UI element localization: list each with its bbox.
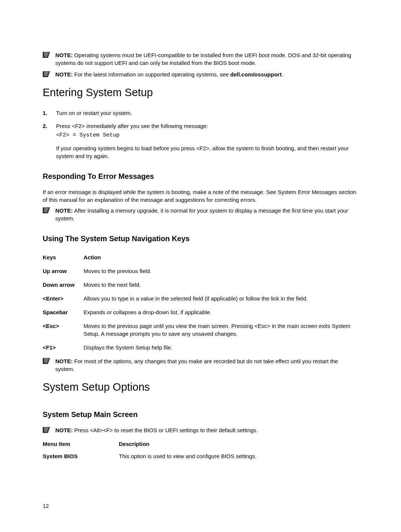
note-body-after: .: [281, 71, 283, 78]
note-text: NOTE: Operating systems must be UEFI-com…: [55, 51, 358, 67]
note-icon: [43, 427, 50, 433]
step-followup: If your operating system begins to load …: [56, 144, 358, 160]
keys-cell-action: Displays the System Setup help file.: [84, 341, 358, 354]
step-code: <F2> = System Setup: [56, 131, 358, 139]
menu-cell-desc: This option is used to view and configur…: [119, 450, 358, 462]
menu-header-item: Menu Item: [43, 438, 119, 450]
keys-header-action: Action: [84, 250, 358, 264]
responding-paragraph: If an error message is displayed while t…: [43, 188, 358, 204]
note-block: NOTE: Operating systems must be UEFI-com…: [43, 51, 358, 67]
note-icon: [43, 358, 50, 364]
heading-entering-system-setup: Entering System Setup: [43, 85, 358, 100]
note-block: NOTE: For the latest information on supp…: [43, 70, 358, 78]
step-text: Press <F2> immediately after you see the…: [56, 123, 208, 129]
note-body: For most of the options, any changes tha…: [55, 358, 338, 372]
note-icon: [43, 71, 50, 77]
note-body: After installing a memory upgrade, it is…: [55, 207, 348, 221]
note-label: NOTE:: [55, 71, 74, 78]
note-icon: [43, 207, 50, 213]
keys-cell-key: Spacebar: [43, 305, 84, 319]
table-row: Spacebar Expands or collapses a drop-dow…: [43, 305, 358, 319]
note-icon: [43, 52, 50, 58]
keys-cell-action: Moves to the next field.: [84, 278, 358, 292]
note-label: NOTE:: [55, 52, 74, 58]
note-body-before: For the latest information on supported …: [74, 71, 230, 78]
note-label: NOTE:: [55, 358, 74, 364]
table-row: <F1> Displays the System Setup help file…: [43, 341, 358, 354]
table-row: Down arrow Moves to the next field.: [43, 278, 358, 292]
note-text: NOTE: For the latest information on supp…: [55, 70, 358, 78]
note-block: NOTE: For most of the options, any chang…: [43, 357, 358, 373]
keys-cell-key: <Esc>: [43, 319, 84, 341]
keys-cell-action: Moves to the previous page until you vie…: [84, 319, 358, 341]
table-row: Up arrow Moves to the previous field.: [43, 264, 358, 278]
menu-header-desc: Description: [119, 438, 358, 450]
steps-list: Turn on or restart your system. Press <F…: [43, 109, 358, 160]
step-item: Press <F2> immediately after you see the…: [43, 122, 358, 160]
table-row: System BIOS This option is used to view …: [43, 450, 358, 462]
menu-cell-item: System BIOS: [43, 450, 119, 462]
note-text: NOTE: After installing a memory upgrade,…: [55, 207, 358, 222]
note-label: NOTE:: [55, 427, 74, 433]
keys-cell-action: Expands or collapses a drop-down list, i…: [84, 305, 358, 319]
keys-cell-action: Allows you to type in a value in the sel…: [84, 292, 358, 305]
menu-table: Menu Item Description System BIOS This o…: [43, 438, 358, 462]
step-item: Turn on or restart your system.: [43, 109, 358, 117]
heading-main-screen: System Setup Main Screen: [43, 409, 358, 420]
table-header-row: Menu Item Description: [43, 438, 358, 450]
note-body: Press <Alt><F> to reset the BIOS or UEFI…: [74, 427, 258, 433]
table-row: <Esc> Moves to the previous page until y…: [43, 319, 358, 341]
keys-header-keys: Keys: [43, 250, 84, 264]
note-block: NOTE: After installing a memory upgrade,…: [43, 207, 358, 222]
table-row: <Enter> Allows you to type in a value in…: [43, 292, 358, 305]
page-number: 12: [43, 502, 49, 510]
table-header-row: Keys Action: [43, 250, 358, 264]
note-text: NOTE: For most of the options, any chang…: [55, 357, 358, 373]
keys-cell-key: Up arrow: [43, 264, 84, 278]
keys-cell-action: Moves to the previous field.: [84, 264, 358, 278]
keys-cell-key: <Enter>: [43, 292, 84, 305]
note-text: NOTE: Press <Alt><F> to reset the BIOS o…: [55, 426, 358, 434]
note-body: Operating systems must be UEFI-compatibl…: [55, 52, 351, 66]
note-label: NOTE:: [55, 207, 74, 214]
keys-table: Keys Action Up arrow Moves to the previo…: [43, 250, 358, 354]
heading-responding: Responding To Error Messages: [43, 171, 358, 181]
heading-system-setup-options: System Setup Options: [43, 380, 358, 395]
heading-navkeys: Using The System Setup Navigation Keys: [43, 233, 358, 244]
keys-cell-key: Down arrow: [43, 278, 84, 292]
step-text: Turn on or restart your system.: [56, 110, 132, 116]
note-block: NOTE: Press <Alt><F> to reset the BIOS o…: [43, 426, 358, 434]
keys-cell-key: <F1>: [43, 341, 84, 354]
note-body-bold: dell.com/ossupport: [230, 71, 281, 78]
